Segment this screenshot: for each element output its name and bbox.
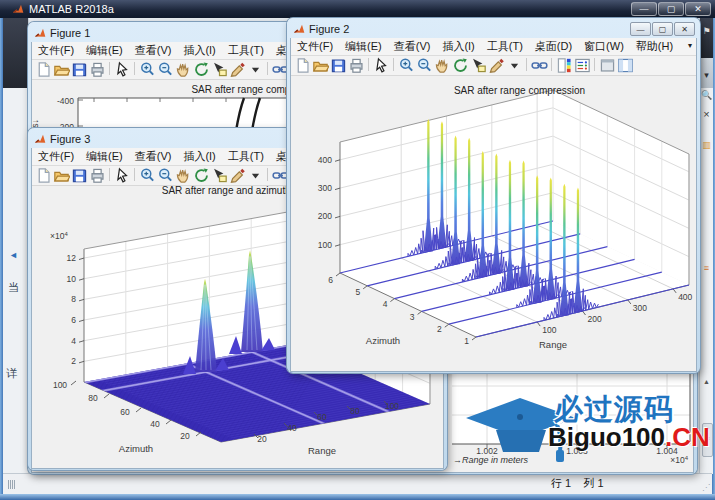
brush-icon[interactable] — [229, 167, 246, 184]
main-minimize-button[interactable]: — — [631, 2, 657, 16]
svg-text:Azimuth: Azimuth — [366, 335, 400, 346]
new-file-icon[interactable] — [294, 57, 311, 74]
rotate-3d-icon[interactable] — [452, 57, 469, 74]
link-plot-icon[interactable] — [531, 57, 548, 74]
print-icon[interactable] — [89, 61, 106, 78]
main-maximize-button[interactable]: ▢ — [658, 2, 684, 16]
svg-text:300: 300 — [318, 183, 332, 193]
scrollbar-thumb[interactable]: ≡ — [702, 423, 713, 457]
zoom-out-icon[interactable] — [157, 167, 174, 184]
pan-icon[interactable] — [434, 57, 451, 74]
figure1-menu-file[interactable]: 文件(F) — [32, 42, 80, 58]
plottools-show-icon[interactable] — [617, 57, 634, 74]
svg-text:60: 60 — [120, 407, 130, 417]
svg-text:400: 400 — [318, 155, 332, 165]
figure2-menu-overflow-icon[interactable]: ▾ — [688, 41, 692, 50]
swatch-icon[interactable]: ▥ — [700, 140, 713, 150]
svg-text:Range: Range — [308, 445, 336, 456]
sort-icon[interactable]: ▾ — [700, 70, 713, 80]
insert-legend-icon[interactable] — [574, 57, 591, 74]
main-titlebar[interactable]: MATLAB R2018a — ▢ ✕ — [0, 0, 715, 18]
data-cursor-icon[interactable] — [211, 61, 228, 78]
desktop-left-panel: ◄ 当 详 — [3, 18, 29, 474]
zoom-out-icon[interactable] — [416, 57, 433, 74]
pan-icon[interactable] — [175, 61, 192, 78]
open-file-icon[interactable] — [312, 57, 329, 74]
print-icon[interactable] — [89, 167, 106, 184]
figure3-menu-insert[interactable]: 插入(I) — [177, 148, 221, 164]
save-icon[interactable] — [71, 167, 88, 184]
svg-text:SAR after range compression: SAR after range compression — [454, 85, 585, 96]
brush-icon[interactable] — [229, 61, 246, 78]
figure1-menu-insert[interactable]: 插入(I) — [177, 42, 221, 58]
plottools-hide-icon[interactable] — [599, 57, 616, 74]
figure1-menu-view[interactable]: 查看(V) — [129, 42, 178, 58]
figure2-menu-desktop[interactable]: 桌面(D) — [529, 38, 578, 54]
new-file-icon[interactable] — [35, 167, 52, 184]
svg-text:100: 100 — [318, 240, 332, 250]
svg-text:80: 80 — [350, 406, 360, 416]
zoom-out-icon[interactable] — [157, 61, 174, 78]
print-icon[interactable] — [348, 57, 365, 74]
open-file-icon[interactable] — [53, 167, 70, 184]
figure1-title: Figure 1 — [50, 25, 90, 42]
figure2-menu-window[interactable]: 窗口(W) — [578, 38, 630, 54]
status-grip[interactable] — [8, 479, 24, 489]
figure3-menu-file[interactable]: 文件(F) — [32, 148, 80, 164]
toolbar-separator — [134, 62, 135, 75]
figure2-menu-help[interactable]: 帮助(H) — [630, 38, 679, 54]
matlab-logo-icon — [12, 3, 24, 15]
figure2-window[interactable]: Figure 2—▢✕文件(F)编辑(E)查看(V)插入(I)工具(T)桌面(D… — [287, 18, 700, 373]
scroll-up-icon[interactable]: ▲ — [700, 378, 713, 385]
brush-caret-icon[interactable] — [247, 61, 264, 78]
search-icon[interactable]: 🔍 — [700, 90, 713, 100]
figure3-menu-view[interactable]: 查看(V) — [129, 148, 178, 164]
svg-text:12: 12 — [67, 253, 77, 263]
toolbar-separator — [368, 58, 369, 71]
zoom-in-icon[interactable] — [139, 61, 156, 78]
svg-text:1.003: 1.003 — [566, 446, 588, 456]
brush-icon[interactable] — [488, 57, 505, 74]
figure3-menu-edit[interactable]: 编辑(E) — [80, 148, 129, 164]
resize-grip[interactable]: ⋰ — [702, 483, 710, 492]
save-icon[interactable] — [330, 57, 347, 74]
rotate-3d-icon[interactable] — [193, 61, 210, 78]
figure2-titlebar[interactable]: Figure 2—▢✕ — [290, 21, 697, 38]
pointer-icon[interactable] — [114, 61, 131, 78]
figure1-menu-tools[interactable]: 工具(T) — [222, 42, 270, 58]
toolbar-separator — [267, 62, 268, 75]
back-arrow-icon[interactable]: ◄ — [7, 250, 20, 260]
zoom-in-icon[interactable] — [398, 57, 415, 74]
close-icon[interactable]: × — [700, 108, 713, 120]
pan-icon[interactable] — [175, 167, 192, 184]
insert-colorbar-icon[interactable] — [556, 57, 573, 74]
data-cursor-icon[interactable] — [211, 167, 228, 184]
pointer-icon[interactable] — [114, 167, 131, 184]
svg-text:100: 100 — [53, 380, 67, 390]
new-file-icon[interactable] — [35, 61, 52, 78]
rotate-3d-icon[interactable] — [193, 167, 210, 184]
figure2-menu-file[interactable]: 文件(F) — [291, 38, 339, 54]
pin-icon[interactable]: ⚑ — [700, 26, 713, 36]
data-cursor-icon[interactable] — [470, 57, 487, 74]
figure2-menu-view[interactable]: 查看(V) — [388, 38, 437, 54]
figure2-menu-edit[interactable]: 编辑(E) — [339, 38, 388, 54]
figure2-close-button[interactable]: ✕ — [674, 22, 695, 36]
figure3-menu-tools[interactable]: 工具(T) — [222, 148, 270, 164]
brush-caret-icon[interactable] — [506, 57, 523, 74]
save-icon[interactable] — [71, 61, 88, 78]
svg-text:4: 4 — [383, 299, 388, 309]
figure2-minimize-button[interactable]: — — [630, 22, 651, 36]
pointer-icon[interactable] — [373, 57, 390, 74]
open-file-icon[interactable] — [53, 61, 70, 78]
figure2-maximize-button[interactable]: ▢ — [652, 22, 673, 36]
current-folder-label-fragment: 当 — [7, 280, 20, 295]
zoom-in-icon[interactable] — [139, 167, 156, 184]
figure2-menu-tools[interactable]: 工具(T) — [481, 38, 529, 54]
brush-caret-icon[interactable] — [247, 167, 264, 184]
menu-lines-icon[interactable]: ≡ — [700, 263, 713, 273]
figure1-menu-edit[interactable]: 编辑(E) — [80, 42, 129, 58]
main-close-button[interactable]: ✕ — [685, 2, 711, 16]
svg-text:100: 100 — [542, 325, 556, 335]
figure2-menu-insert[interactable]: 插入(I) — [436, 38, 480, 54]
